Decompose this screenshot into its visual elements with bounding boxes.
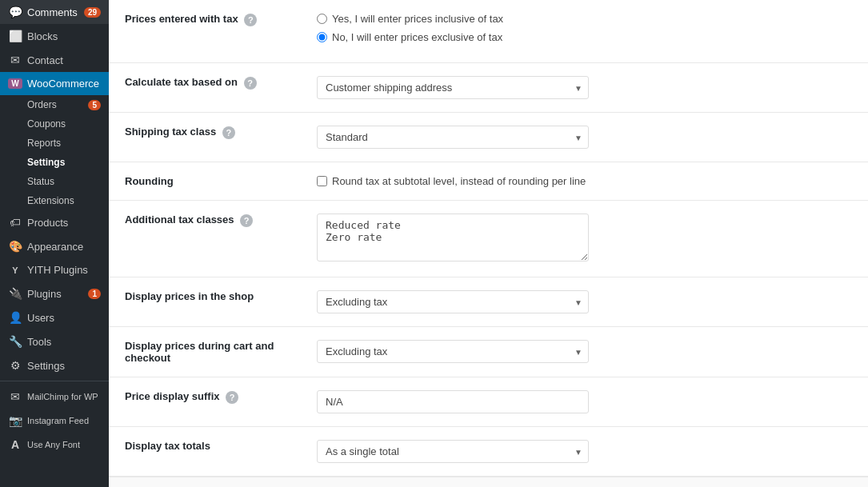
select-wrap-calc-tax: Customer shipping address Customer billi…: [317, 76, 589, 99]
help-prices-with-tax[interactable]: ?: [244, 14, 257, 26]
plugins-badge: 1: [88, 289, 101, 299]
sidebar-sub-reports[interactable]: Reports: [0, 134, 109, 153]
row-shipping-tax-class: Shipping tax class ? Standard Reduced ra…: [109, 113, 868, 162]
select-prices-shop[interactable]: Including tax Excluding tax: [317, 290, 589, 313]
label-display-prices-shop: Display prices in the shop: [109, 277, 301, 327]
sidebar-sub-coupons[interactable]: Coupons: [0, 114, 109, 134]
woocommerce-icon: W: [8, 78, 22, 89]
radio-inclusive-input[interactable]: [317, 14, 327, 24]
sidebar-item-comments[interactable]: 💬 Comments 29: [0, 0, 109, 24]
instagram-icon: 📷: [8, 414, 22, 427]
label-calc-tax: Calculate tax based on ?: [109, 63, 301, 113]
radio-inclusive-label: Yes, I will enter prices inclusive of ta…: [332, 13, 503, 25]
sidebar-item-mailchimp[interactable]: ✉ MailChimp for WP: [0, 385, 109, 409]
mailchimp-icon: ✉: [8, 390, 22, 403]
checkbox-rounding-label: Round tax at subtotal level, instead of …: [317, 175, 852, 187]
sidebar-item-blocks[interactable]: ⬜ Blocks: [0, 24, 109, 48]
radio-exclusive-input[interactable]: [317, 32, 327, 42]
comments-icon: 💬: [8, 6, 22, 18]
sidebar-item-yith[interactable]: Y YITH Plugins: [0, 258, 109, 281]
label-prices-with-tax: Prices entered with tax ?: [109, 0, 301, 63]
sidebar-item-tools[interactable]: 🔧 Tools: [0, 329, 109, 353]
select-wrap-prices-cart: Including tax Excluding tax: [317, 340, 589, 363]
select-prices-cart[interactable]: Including tax Excluding tax: [317, 340, 589, 363]
row-display-prices-shop: Display prices in the shop Including tax…: [109, 277, 868, 327]
row-price-display-suffix: Price display suffix ?: [109, 377, 868, 427]
checkbox-rounding[interactable]: [317, 176, 327, 186]
row-display-prices-cart: Display prices during cart and checkout …: [109, 327, 868, 377]
sidebar-item-products[interactable]: 🏷 Products: [0, 210, 109, 234]
yith-icon: Y: [8, 265, 22, 275]
row-rounding: Rounding Round tax at subtotal level, in…: [109, 162, 868, 201]
row-additional-tax-classes: Additional tax classes ? Reduced rate Ze…: [109, 201, 868, 277]
sidebar-sub-extensions[interactable]: Extensions: [0, 191, 109, 210]
help-additional-tax[interactable]: ?: [240, 214, 253, 227]
comments-badge: 29: [84, 7, 101, 18]
sidebar-item-contact[interactable]: ✉ Contact: [0, 48, 109, 72]
label-shipping-tax-class: Shipping tax class ?: [109, 113, 301, 162]
woo-submenu: Orders 5 Coupons Reports Settings Status…: [0, 95, 109, 210]
appearance-icon: 🎨: [8, 240, 22, 253]
sidebar: 💬 Comments 29 ⬜ Blocks ✉ Contact W WooCo…: [0, 0, 109, 487]
sidebar-sub-settings[interactable]: Settings: [0, 153, 109, 172]
label-display-prices-cart: Display prices during cart and checkout: [109, 327, 301, 377]
select-calc-tax[interactable]: Customer shipping address Customer billi…: [317, 76, 589, 99]
select-shipping-tax[interactable]: Standard Reduced rate Zero rate: [317, 126, 589, 149]
row-display-tax-totals: Display tax totals As a single total Ite…: [109, 427, 868, 477]
help-price-display-suffix[interactable]: ?: [226, 391, 238, 404]
select-wrap-shipping-tax: Standard Reduced rate Zero rate: [317, 126, 589, 149]
label-price-display-suffix: Price display suffix ?: [109, 377, 301, 427]
save-section: Save changes: [109, 477, 868, 487]
label-additional-tax-classes: Additional tax classes ?: [109, 201, 301, 277]
sidebar-item-settings[interactable]: ⚙ Settings: [0, 353, 109, 377]
sidebar-item-plugins[interactable]: 🔌 Plugins 1: [0, 281, 109, 305]
sidebar-item-instagram[interactable]: 📷 Instagram Feed: [0, 409, 109, 433]
textarea-additional-tax[interactable]: Reduced rate Zero rate: [317, 214, 589, 261]
sidebar-sub-orders[interactable]: Orders 5: [0, 95, 109, 114]
sidebar-item-appearance[interactable]: 🎨 Appearance: [0, 234, 109, 258]
sidebar-sub-status[interactable]: Status: [0, 172, 109, 191]
select-tax-totals[interactable]: As a single total Itemized: [317, 440, 589, 463]
useAnyfont-icon: A: [8, 438, 22, 451]
sidebar-divider: [0, 381, 109, 381]
label-rounding: Rounding: [109, 162, 301, 201]
select-wrap-prices-shop: Including tax Excluding tax: [317, 290, 589, 313]
plugins-icon: 🔌: [8, 287, 22, 300]
input-price-suffix[interactable]: [317, 390, 589, 413]
help-calc-tax[interactable]: ?: [244, 77, 257, 90]
label-display-tax-totals: Display tax totals: [109, 427, 301, 477]
select-wrap-tax-totals: As a single total Itemized: [317, 440, 589, 463]
main-content: Prices entered with tax ? Yes, I will en…: [109, 0, 868, 487]
sidebar-item-users[interactable]: 👤 Users: [0, 305, 109, 329]
settings-table: Prices entered with tax ? Yes, I will en…: [109, 0, 868, 477]
help-shipping-tax-class[interactable]: ?: [222, 126, 235, 139]
row-prices-with-tax: Prices entered with tax ? Yes, I will en…: [109, 0, 868, 63]
radio-inclusive: Yes, I will enter prices inclusive of ta…: [317, 13, 852, 25]
sidebar-item-woocommerce[interactable]: W WooCommerce: [0, 72, 109, 95]
radio-exclusive-label: No, I will enter prices exclusive of tax: [332, 31, 502, 43]
blocks-icon: ⬜: [8, 30, 22, 42]
contact-icon: ✉: [8, 54, 22, 66]
radio-exclusive: No, I will enter prices exclusive of tax: [317, 31, 852, 43]
products-icon: 🏷: [8, 216, 22, 229]
users-icon: 👤: [8, 311, 22, 324]
orders-badge: 5: [88, 100, 101, 110]
row-calc-tax: Calculate tax based on ? Customer shippi…: [109, 63, 868, 113]
settings-icon: ⚙: [8, 359, 22, 372]
sidebar-item-useAnyfont[interactable]: A Use Any Font: [0, 433, 109, 457]
settings-content: Prices entered with tax ? Yes, I will en…: [109, 0, 868, 487]
tools-icon: 🔧: [8, 335, 22, 348]
